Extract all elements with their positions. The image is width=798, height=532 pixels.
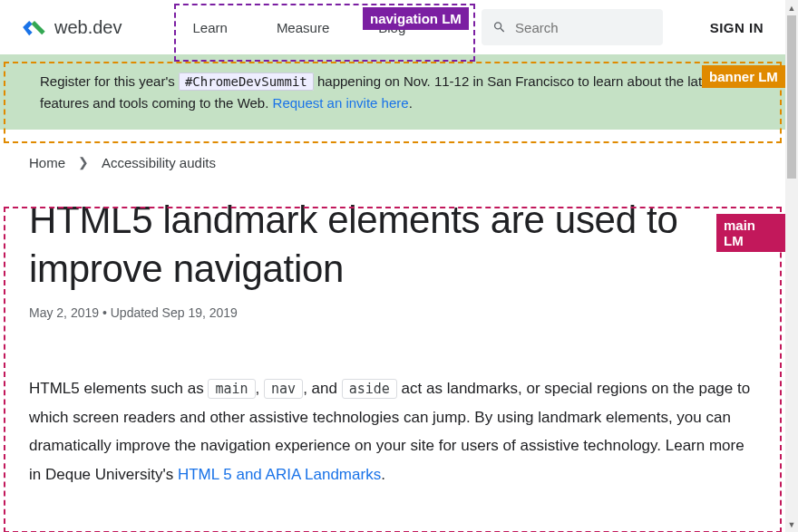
sign-in-button[interactable]: SIGN IN — [710, 20, 764, 35]
code-main: main — [208, 379, 255, 399]
announcement-banner: Register for this year's #ChromeDevSummi… — [0, 54, 785, 130]
breadcrumb-home[interactable]: Home — [29, 155, 65, 170]
article-paragraph: HTML5 elements such as main, nav, and as… — [29, 374, 756, 488]
nav-measure[interactable]: Measure — [260, 11, 345, 44]
nav-learn[interactable]: Learn — [177, 11, 244, 44]
banner-hashtag: #ChromeDevSummit — [179, 73, 314, 91]
primary-nav: Learn Measure Blog — [177, 11, 423, 44]
body-text: HTML5 elements such as — [29, 380, 208, 397]
article-dates: May 2, 2019 • Updated Sep 19, 2019 — [29, 305, 756, 320]
scrollbar-thumb[interactable] — [787, 15, 796, 179]
chevron-right-icon: ❯ — [78, 155, 89, 169]
banner-text-pre: Register for this year's — [40, 73, 179, 89]
webdev-logo-icon — [22, 17, 47, 37]
date-published: May 2, 2019 — [29, 305, 99, 320]
code-nav: nav — [264, 379, 303, 399]
article-content: HTML5 landmark elements are used to impr… — [0, 179, 785, 525]
banner-invite-link[interactable]: Request an invite here — [273, 95, 409, 111]
scroll-up-icon[interactable]: ▲ — [785, 0, 798, 15]
date-updated: Sep 19, 2019 — [162, 305, 238, 320]
page-viewport: web.dev Learn Measure Blog SIGN IN Regis… — [0, 0, 785, 532]
search-icon — [492, 19, 506, 35]
banner-text-post: . — [409, 95, 413, 111]
scrollbar-track[interactable]: ▲ ▼ — [785, 0, 798, 532]
site-name: web.dev — [54, 17, 122, 38]
breadcrumb-section[interactable]: Accessibility audits — [102, 155, 216, 170]
page-title: HTML5 landmark elements are used to impr… — [29, 196, 756, 294]
search-input[interactable] — [515, 20, 652, 35]
body-text: , and — [303, 380, 342, 397]
breadcrumb: Home ❯ Accessibility audits — [0, 130, 785, 179]
site-logo[interactable]: web.dev — [22, 17, 122, 38]
date-sep: • Updated — [99, 305, 162, 320]
scroll-down-icon[interactable]: ▼ — [785, 517, 798, 532]
body-text: . — [381, 466, 385, 483]
search-box[interactable] — [482, 9, 663, 45]
top-bar: web.dev Learn Measure Blog SIGN IN — [0, 0, 785, 54]
deque-link[interactable]: HTML 5 and ARIA Landmarks — [178, 466, 381, 483]
code-aside: aside — [342, 379, 397, 399]
nav-blog[interactable]: Blog — [362, 11, 422, 44]
body-text: , — [256, 380, 264, 397]
